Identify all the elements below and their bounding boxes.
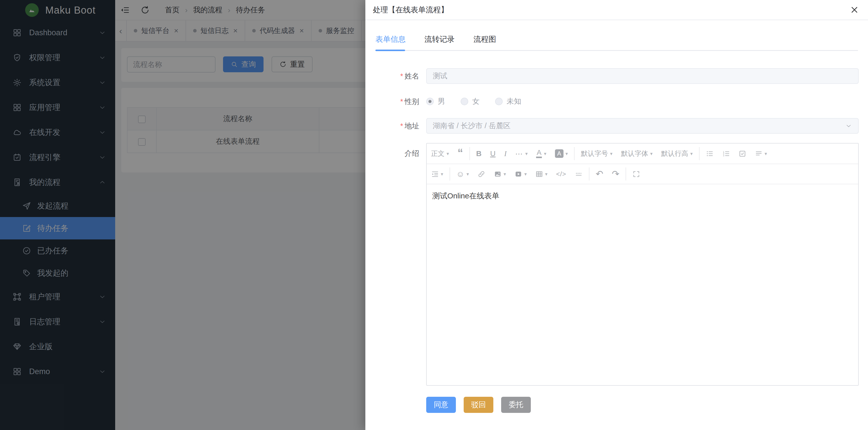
tab-form-info[interactable]: 表单信息 [375, 34, 406, 45]
agree-button[interactable]: 同意 [426, 397, 456, 413]
emoji-dropdown[interactable]: ☺▾ [452, 170, 473, 178]
intro-label: 介绍 [365, 143, 419, 164]
editor-content[interactable]: 测试Online在线表单 [427, 184, 858, 386]
caret-down-icon: ▾ [441, 171, 443, 177]
caret-down-icon: ▾ [525, 151, 528, 156]
link-icon[interactable] [473, 170, 490, 178]
caret-down-icon: ▾ [504, 171, 506, 177]
radio-circle-icon [426, 98, 434, 105]
tab-flow-diagram[interactable]: 流程图 [473, 34, 496, 45]
required-asterisk: * [400, 97, 403, 106]
caret-down-icon: ▾ [524, 171, 527, 177]
caret-down-icon: ▾ [565, 151, 568, 156]
address-value: 湖南省 / 长沙市 / 岳麓区 [433, 121, 510, 131]
drawer-tab-row: 表单信息 流转记录 流程图 [375, 29, 858, 49]
toolbar-divider [450, 167, 450, 180]
address-select[interactable]: 湖南省 / 长沙市 / 岳麓区 [426, 118, 859, 134]
quote-icon[interactable]: “ [453, 150, 467, 157]
paragraph-dropdown[interactable]: 正文▾ [427, 149, 453, 158]
font-color-icon[interactable]: A▾ [532, 149, 551, 158]
undo-icon[interactable]: ↶ [591, 169, 608, 178]
table-dropdown[interactable]: ▾ [531, 170, 552, 178]
tabs-track [375, 50, 858, 51]
radio-male[interactable]: 男 [426, 96, 445, 107]
toolbar-divider [574, 147, 575, 160]
editor-toolbar-row2: ▾ ☺▾ ▾ ▾ ▾ </> ↶ ↷ [427, 164, 858, 184]
required-asterisk: * [400, 122, 403, 130]
reject-button[interactable]: 驳回 [464, 397, 493, 413]
line-height-dropdown[interactable]: 默认行高▾ [657, 149, 697, 158]
toolbar-divider [469, 147, 470, 160]
name-label: *姓名 [365, 68, 419, 84]
process-drawer: 处理【在线表单流程】 表单信息 流转记录 流程图 *姓名 *性别 男 [365, 0, 868, 430]
editor-toolbar-row1: 正文▾ “ B U I ⋯▾ A▾ A▾ 默认字号▾ 默认字体▾ 默认行高▾ [427, 143, 858, 164]
italic-icon[interactable]: I [500, 149, 511, 158]
ordered-list-icon[interactable] [718, 150, 734, 157]
radio-circle-icon [461, 98, 468, 105]
caret-down-icon: ▾ [466, 171, 469, 177]
fullscreen-icon[interactable] [628, 170, 645, 178]
caret-down-icon: ▾ [446, 151, 449, 156]
caret-down-icon: ▾ [545, 171, 548, 177]
rich-text-editor: 正文▾ “ B U I ⋯▾ A▾ A▾ 默认字号▾ 默认字体▾ 默认行高▾ [426, 143, 859, 386]
more-styles-dropdown[interactable]: ⋯▾ [511, 149, 532, 158]
radio-label: 未知 [507, 96, 521, 107]
gender-label: *性别 [365, 94, 419, 109]
align-dropdown[interactable]: ▾ [751, 150, 771, 157]
tab-flow-records[interactable]: 流转记录 [425, 34, 455, 45]
task-list-icon[interactable] [734, 150, 751, 157]
caret-down-icon: ▾ [610, 151, 613, 156]
divider-line-icon[interactable] [570, 170, 587, 178]
caret-down-icon: ▾ [765, 151, 767, 156]
toolbar-divider [626, 167, 626, 180]
drawer-tabs: 表单信息 流转记录 流程图 [375, 29, 858, 51]
app-root: Maku Boot Dashboard 权限管理 系统设置 应用管理 [0, 0, 868, 430]
radio-female[interactable]: 女 [461, 96, 479, 107]
gender-radio-group: 男 女 未知 [426, 94, 537, 109]
image-dropdown[interactable]: ▾ [490, 170, 510, 178]
address-label: *地址 [365, 118, 419, 134]
bold-icon[interactable]: B [472, 149, 486, 158]
indent-dropdown[interactable]: ▾ [427, 170, 447, 178]
redo-icon[interactable]: ↷ [608, 169, 624, 178]
drawer-header: 处理【在线表单流程】 [365, 0, 868, 20]
delegate-button[interactable]: 委托 [501, 397, 531, 413]
radio-circle-icon [495, 98, 503, 105]
font-family-dropdown[interactable]: 默认字体▾ [617, 149, 657, 158]
bullet-list-icon[interactable] [702, 150, 718, 157]
code-block-icon[interactable]: </> [552, 170, 570, 178]
video-dropdown[interactable]: ▾ [510, 170, 531, 178]
active-tab-underline [375, 50, 405, 51]
chevron-down-icon [845, 122, 852, 130]
radio-label: 男 [438, 96, 445, 107]
required-asterisk: * [400, 72, 403, 80]
radio-unknown[interactable]: 未知 [495, 96, 521, 107]
radio-label: 女 [472, 96, 479, 107]
font-size-dropdown[interactable]: 默认字号▾ [577, 149, 617, 158]
toolbar-divider [589, 167, 589, 180]
name-field[interactable] [426, 68, 859, 84]
intro-text: 测试Online在线表单 [432, 192, 499, 200]
caret-down-icon: ▾ [690, 151, 693, 156]
drawer-actions: 同意 驳回 委托 [426, 397, 531, 413]
bg-color-icon[interactable]: A▾ [551, 149, 572, 158]
drawer-title: 处理【在线表单流程】 [373, 5, 448, 15]
underline-icon[interactable]: U [486, 149, 500, 158]
toolbar-divider [699, 147, 700, 160]
drawer-overlay[interactable] [0, 0, 365, 430]
caret-down-icon: ▾ [650, 151, 653, 156]
close-icon[interactable] [850, 5, 859, 15]
caret-down-icon: ▾ [544, 151, 547, 156]
